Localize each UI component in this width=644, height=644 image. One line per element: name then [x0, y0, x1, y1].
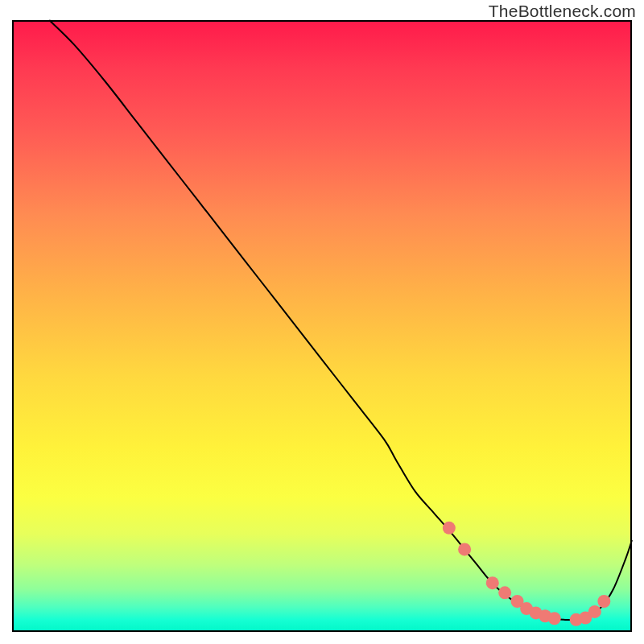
highlight-marker [498, 586, 511, 599]
highlighted-points-group [443, 522, 611, 626]
highlight-marker [443, 522, 456, 535]
highlight-marker [597, 595, 610, 608]
chart-overlay-svg [12, 20, 632, 632]
highlight-marker [588, 605, 601, 618]
watermark-text: TheBottleneck.com [489, 2, 636, 21]
highlight-marker [458, 543, 471, 555]
chart-canvas: TheBottleneck.com [0, 0, 644, 644]
highlight-marker [548, 612, 561, 625]
highlight-marker [486, 576, 499, 589]
bottleneck-curve-path [49, 20, 632, 620]
bottleneck-curve-group [49, 20, 632, 620]
